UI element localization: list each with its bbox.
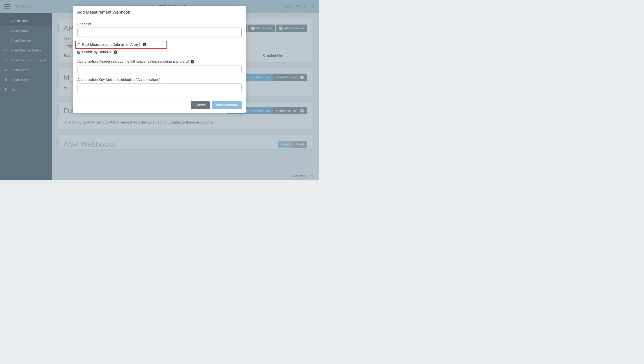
enable-default-checkbox[interactable] xyxy=(77,51,80,54)
cancel-button[interactable]: Cancel xyxy=(191,101,210,109)
modal-footer: Cancel Add Webhook xyxy=(73,98,246,113)
enable-default-label: Enable by Default? xyxy=(82,50,112,54)
auth-key-label: Authorization Key (optional, default is … xyxy=(77,78,242,82)
auth-header-label: Authorization Header (include the full h… xyxy=(77,60,242,64)
modal-title: Add Measurement Webhook xyxy=(73,6,246,19)
modal-body: Endpoint Post Measurement Data as an Arr… xyxy=(73,19,246,98)
auth-header-input[interactable] xyxy=(77,65,242,74)
add-webhook-button[interactable]: Add Webhook xyxy=(212,101,242,109)
add-measurement-webhook-modal: Add Measurement Webhook Endpoint Post Me… xyxy=(73,6,246,113)
help-icon[interactable]: ? xyxy=(190,60,194,64)
help-icon[interactable]: ? xyxy=(143,43,146,46)
help-icon[interactable]: ? xyxy=(114,50,117,54)
post-as-array-checkbox[interactable] xyxy=(78,43,80,46)
text-cursor xyxy=(80,30,80,34)
endpoint-label: Endpoint xyxy=(77,22,242,26)
endpoint-input[interactable] xyxy=(77,28,242,37)
enable-default-row: Enable by Default? ? xyxy=(77,50,242,55)
post-as-array-row: Post Measurement Data as an Array? ? xyxy=(75,41,167,48)
post-as-array-label: Post Measurement Data as an Array? xyxy=(82,43,141,47)
auth-key-input[interactable] xyxy=(77,84,242,92)
